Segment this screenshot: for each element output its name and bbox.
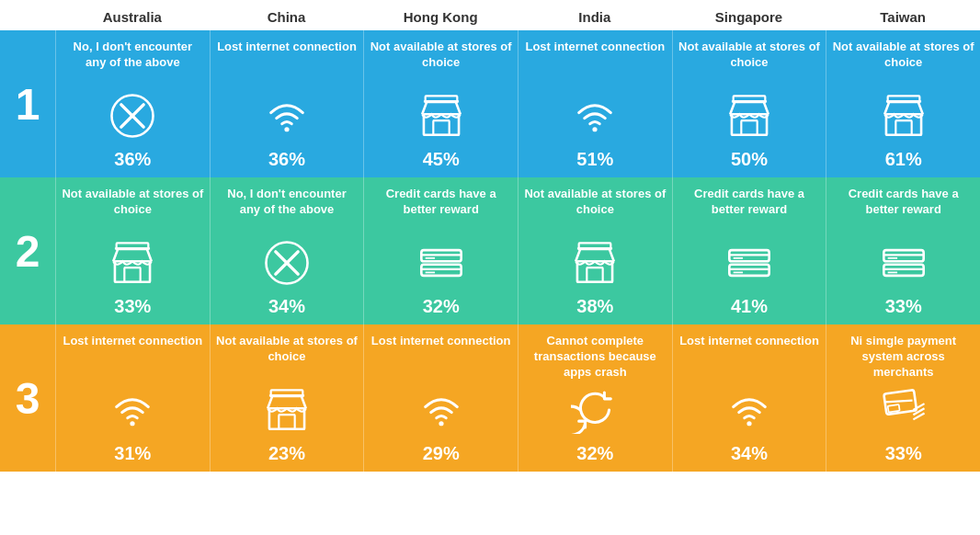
store-icon xyxy=(108,239,156,292)
cell-text: No, I don't encounter any of the above xyxy=(62,40,204,88)
cell-r3-c5: Lost internet connection 34% xyxy=(672,324,826,472)
cell-text: Cannot complete transactions because app… xyxy=(524,334,667,382)
card-icon xyxy=(880,239,928,292)
cell-percent: 32% xyxy=(423,296,460,317)
cell-percent: 41% xyxy=(731,296,768,317)
wifi-icon xyxy=(263,92,311,145)
wifi-icon xyxy=(571,92,619,145)
header-row: Australia China Hong Kong India Singapor… xyxy=(0,0,980,30)
cell-r1-c3: Not available at stores of choice 45% xyxy=(363,30,518,177)
cell-percent: 51% xyxy=(576,149,613,170)
svg-rect-16 xyxy=(895,120,911,135)
svg-rect-5 xyxy=(433,120,449,135)
cell-percent: 45% xyxy=(423,149,460,170)
cell-percent: 31% xyxy=(114,443,151,464)
cross-icon xyxy=(263,239,311,292)
cell-text: Lost internet connection xyxy=(371,334,511,382)
header-hongkong: Hong Kong xyxy=(363,9,518,25)
card2-icon xyxy=(880,386,928,439)
cell-text: Lost internet connection xyxy=(679,334,819,382)
data-row-2: 2Not available at stores of choice 33%No… xyxy=(0,177,980,324)
cell-r1-c5: Not available at stores of choice 50% xyxy=(672,30,826,177)
cell-r1-c1: No, I don't encounter any of the above 3… xyxy=(55,30,210,177)
cell-text: Not available at stores of choice xyxy=(62,187,204,235)
cell-text: Lost internet connection xyxy=(525,40,665,88)
data-row-1: 1No, I don't encounter any of the above … xyxy=(0,30,980,177)
header-china: China xyxy=(210,9,364,25)
cell-text: Credit cards have a better reward xyxy=(678,187,821,235)
store-icon xyxy=(417,92,465,145)
cell-r2-c6: Credit cards have a better reward 33% xyxy=(826,177,980,324)
cell-text: Not available at stores of choice xyxy=(524,187,667,235)
svg-point-58 xyxy=(746,421,751,426)
wifi-icon xyxy=(725,386,773,439)
cell-percent: 50% xyxy=(731,149,768,170)
cell-r2-c3: Credit cards have a better reward 32% xyxy=(363,177,518,324)
svg-rect-55 xyxy=(271,390,303,396)
cell-percent: 23% xyxy=(268,443,305,464)
cell-r3-c3: Lost internet connection 29% xyxy=(363,324,518,472)
rank-1: 1 xyxy=(0,30,55,177)
cell-r1-c2: Lost internet connection 36% xyxy=(210,30,364,177)
svg-rect-21 xyxy=(125,268,141,282)
cell-percent: 34% xyxy=(268,296,305,317)
cell-r2-c1: Not available at stores of choice 33% xyxy=(55,177,210,324)
svg-rect-13 xyxy=(734,96,766,102)
cell-r3-c2: Not available at stores of choice 23% xyxy=(210,324,364,472)
cell-percent: 36% xyxy=(268,149,305,170)
svg-rect-18 xyxy=(887,96,919,102)
cell-r1-c6: Not available at stores of choice 61% xyxy=(826,30,980,177)
svg-rect-11 xyxy=(741,120,757,135)
svg-rect-61 xyxy=(887,404,899,413)
cell-r3-c6: Ni simgle payment system across merchant… xyxy=(826,324,980,472)
data-row-3: 3Lost internet connection 31%Not availab… xyxy=(0,324,980,472)
svg-rect-23 xyxy=(117,243,149,249)
cell-percent: 36% xyxy=(114,149,151,170)
wifi-icon xyxy=(108,386,156,439)
svg-point-51 xyxy=(131,421,135,426)
cell-percent: 61% xyxy=(885,149,922,170)
svg-line-60 xyxy=(885,401,912,403)
svg-rect-7 xyxy=(425,96,457,102)
cell-text: Lost internet connection xyxy=(63,334,202,382)
rank-3: 3 xyxy=(0,324,55,472)
header-australia: Australia xyxy=(55,9,210,25)
cell-text: Credit cards have a better reward xyxy=(832,187,974,235)
cell-percent: 33% xyxy=(885,296,922,317)
cell-r2-c5: Credit cards have a better reward 41% xyxy=(672,177,826,324)
store-icon xyxy=(880,92,928,145)
cell-text: Lost internet connection xyxy=(217,40,357,88)
header-india: India xyxy=(518,9,672,25)
cell-r3-c1: Lost internet connection 31% xyxy=(55,324,210,472)
store-icon xyxy=(571,239,619,292)
cell-text: Credit cards have a better reward xyxy=(370,187,512,235)
cell-text: Not available at stores of choice xyxy=(678,40,821,88)
card-icon xyxy=(417,239,465,292)
svg-point-3 xyxy=(284,127,289,131)
main-container: Australia China Hong Kong India Singapor… xyxy=(0,0,980,472)
cell-text: No, I don't encounter any of the above xyxy=(216,187,359,235)
rank-2: 2 xyxy=(0,177,55,324)
store-icon xyxy=(725,92,773,145)
cell-percent: 29% xyxy=(423,443,460,464)
card-icon xyxy=(725,239,773,292)
cross-icon xyxy=(108,92,156,145)
cell-percent: 34% xyxy=(731,443,768,464)
cell-r2-c4: Not available at stores of choice 38% xyxy=(518,177,672,324)
cell-r1-c4: Lost internet connection 51% xyxy=(518,30,672,177)
cell-text: Ni simgle payment system across merchant… xyxy=(832,334,974,382)
cell-percent: 32% xyxy=(576,443,613,464)
svg-rect-53 xyxy=(279,415,294,429)
data-rows: 1No, I don't encounter any of the above … xyxy=(0,30,980,472)
svg-point-57 xyxy=(439,421,443,426)
header-taiwan: Taiwan xyxy=(826,9,980,25)
cell-percent: 38% xyxy=(576,296,613,317)
cell-percent: 33% xyxy=(114,296,151,317)
wifi-icon xyxy=(417,386,465,439)
header-singapore: Singapore xyxy=(672,9,826,25)
svg-rect-35 xyxy=(587,268,603,282)
store-icon xyxy=(263,386,311,439)
cell-text: Not available at stores of choice xyxy=(370,40,512,88)
svg-point-9 xyxy=(593,127,598,131)
cell-r2-c2: No, I don't encounter any of the above 3… xyxy=(210,177,364,324)
